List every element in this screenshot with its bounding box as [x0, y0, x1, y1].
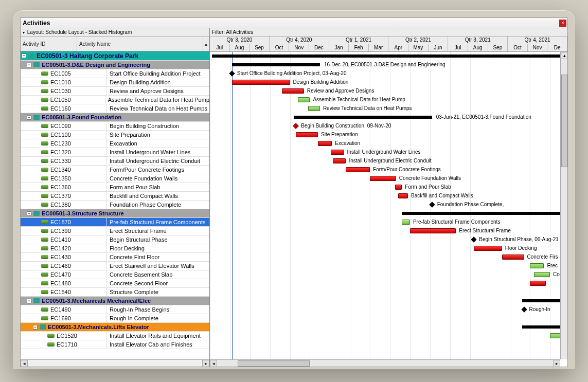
collapse-icon[interactable]: − — [27, 115, 31, 120]
bar-label: Begin Building Construction, 09-Nov-20 — [301, 123, 391, 129]
table-row[interactable]: EC1390Erect Structural Frame — [21, 227, 209, 235]
table-row[interactable]: EC1350Concrete Foundation Walls — [21, 174, 209, 183]
h-scrollbar-left[interactable]: ◂ ▸ — [21, 359, 209, 367]
activity-icon — [41, 141, 48, 145]
table-row[interactable]: EC1690Rough In Complete — [21, 314, 209, 323]
milestone-icon[interactable] — [293, 123, 299, 129]
gantt-bar[interactable] — [398, 193, 408, 198]
collapse-icon[interactable]: − — [33, 325, 38, 330]
table-row[interactable]: EC1010Design Building Addition — [21, 78, 209, 87]
table-row[interactable]: EC1520Install Elevator Rails and Equipme… — [21, 332, 209, 340]
collapse-icon[interactable]: − — [22, 53, 26, 58]
col-activity-id[interactable]: Activity ID — [21, 37, 77, 51]
gantt-bar[interactable] — [395, 185, 402, 190]
table-row[interactable]: EC1050Assemble Technical Data for Heat P… — [21, 96, 209, 104]
milestone-icon[interactable] — [521, 306, 527, 312]
gantt-bar[interactable] — [410, 228, 456, 233]
group-label: EC00501-3 Haitang Corporate Park — [35, 52, 138, 60]
table-row[interactable]: EC1090Begin Building Construction — [21, 122, 209, 131]
scroll-up-icon[interactable]: ▴ — [203, 37, 209, 51]
activity-icon — [41, 106, 48, 111]
milestone-icon[interactable] — [471, 237, 477, 242]
gantt-body[interactable]: 16-Dec-20, EC00501-3.D&E Design and Engi… — [210, 52, 567, 367]
activity-name: Begin Structural Phase — [109, 237, 168, 243]
table-row[interactable]: EC1360Form and Pour Slab — [21, 183, 209, 192]
activity-name: Concrete First Floor — [109, 254, 159, 260]
activity-tree[interactable]: −EC00501-3 Haitang Corporate Park−EC0050… — [21, 51, 209, 359]
activity-icon — [41, 194, 48, 198]
gantt-bar[interactable] — [296, 132, 318, 137]
gantt-bar[interactable] — [502, 254, 524, 260]
activity-icon — [41, 203, 48, 207]
table-row[interactable]: EC1340Form/Pour Concrete Footings — [21, 166, 209, 174]
table-row[interactable]: EC1370Backfill and Compact Walls — [21, 192, 209, 201]
table-row[interactable]: −EC00501-3.Found Foundation — [21, 113, 209, 122]
table-row[interactable]: EC1160Review Technical Data on Heat Pump… — [21, 104, 209, 113]
table-row[interactable]: EC1410Begin Structural Phase — [21, 235, 209, 244]
scroll-thumb[interactable] — [561, 75, 567, 167]
gantt-bar[interactable] — [534, 272, 550, 277]
collapse-icon[interactable]: − — [27, 63, 31, 67]
table-row[interactable]: EC1100Site Preparation — [21, 131, 209, 139]
gantt-bar[interactable] — [318, 141, 332, 146]
scroll-right-icon[interactable]: ▸ — [202, 360, 209, 367]
table-row[interactable]: EC1480Concrete Second Floor — [21, 279, 209, 288]
quarter-header: Qtr 4, 2021 — [508, 37, 567, 44]
milestone-icon[interactable] — [229, 70, 235, 76]
table-row[interactable]: −EC00501-3.Mechanicals Mechanical/Elec — [21, 297, 209, 305]
scroll-track[interactable] — [28, 360, 202, 367]
summary-bar[interactable] — [402, 212, 567, 215]
table-row[interactable]: −EC00501-3.Mechanicals.Lifts Elevator — [21, 323, 209, 332]
scroll-left-icon[interactable]: ◂ — [210, 360, 217, 367]
table-row[interactable]: EC1490Rough-In Phase Begins — [21, 305, 209, 314]
filter-toolbar[interactable]: Filter: All Activities — [210, 28, 567, 37]
table-row[interactable]: EC1330Install Underground Electric Condu… — [21, 157, 209, 166]
summary-bar[interactable] — [212, 54, 567, 58]
summary-bar[interactable] — [232, 63, 320, 66]
scroll-right-icon[interactable]: ▸ — [553, 360, 560, 367]
table-row[interactable]: EC1470Concrete Basement Slab — [21, 270, 209, 279]
gantt-bar[interactable] — [530, 281, 546, 286]
quarter-header: Qtr 1, 2021 — [329, 37, 389, 44]
gantt-bar[interactable] — [402, 220, 410, 225]
table-row[interactable]: EC1320Install Underground Water Lines — [21, 148, 209, 157]
table-row[interactable]: EC1710Install Elevator Cab and Finishes — [21, 340, 209, 349]
close-icon[interactable]: × — [559, 20, 566, 27]
collapse-icon[interactable]: − — [27, 211, 31, 216]
gantt-bar[interactable] — [530, 263, 544, 268]
gantt-bar[interactable] — [282, 88, 304, 94]
v-scrollbar[interactable]: ▴ — [560, 52, 567, 359]
summary-bar[interactable] — [294, 116, 432, 119]
gantt-bar[interactable] — [232, 80, 290, 85]
gantt-bar[interactable] — [474, 246, 502, 251]
gantt-bar[interactable] — [370, 176, 396, 181]
h-scrollbar[interactable]: ◂ ▸ — [210, 359, 560, 367]
table-row[interactable]: EC1005Start Office Building Addition Pro… — [21, 69, 209, 78]
table-row[interactable]: EC1030Review and Approve Designs — [21, 87, 209, 96]
table-row[interactable]: EC1230Excavation — [21, 139, 209, 148]
gantt-bar[interactable] — [308, 106, 320, 111]
gantt-row — [210, 314, 567, 323]
table-row[interactable]: −EC00501-3 Haitang Corporate Park — [21, 51, 209, 61]
table-row[interactable]: EC1460Erect Stairwell and Elevator Walls — [21, 262, 209, 270]
table-row[interactable]: −EC00501-3.Structure Structure — [21, 209, 209, 218]
collapse-icon[interactable]: − — [27, 299, 31, 303]
milestone-icon[interactable] — [429, 202, 435, 207]
scroll-up-icon[interactable]: ▴ — [561, 52, 567, 59]
gantt-bar[interactable] — [346, 167, 370, 172]
scroll-left-icon[interactable]: ◂ — [21, 360, 28, 367]
gantt-bar[interactable] — [298, 97, 310, 102]
scroll-thumb[interactable] — [238, 360, 310, 367]
col-activity-name[interactable]: Activity Name — [77, 37, 203, 51]
table-row[interactable]: EC1420Floor Decking — [21, 244, 209, 253]
table-row[interactable]: −EC00501-3.D&E Design and Engineering — [21, 61, 209, 69]
activity-name: Install Underground Electric Conduit — [109, 158, 200, 164]
table-row[interactable]: EC1380Foundation Phase Complete — [21, 201, 209, 209]
table-row[interactable]: EC1870Pre-fab Structural Frame Component… — [21, 218, 209, 227]
table-row[interactable]: EC1430Concrete First Floor — [21, 253, 209, 262]
layout-toolbar[interactable]: ▾ Layout: Schedule Layout - Stacked Hist… — [21, 28, 209, 37]
gantt-bar[interactable] — [333, 158, 346, 163]
gantt-bar[interactable] — [331, 150, 344, 155]
activity-icon — [41, 168, 48, 172]
table-row[interactable]: EC1540Structure Complete — [21, 288, 209, 297]
